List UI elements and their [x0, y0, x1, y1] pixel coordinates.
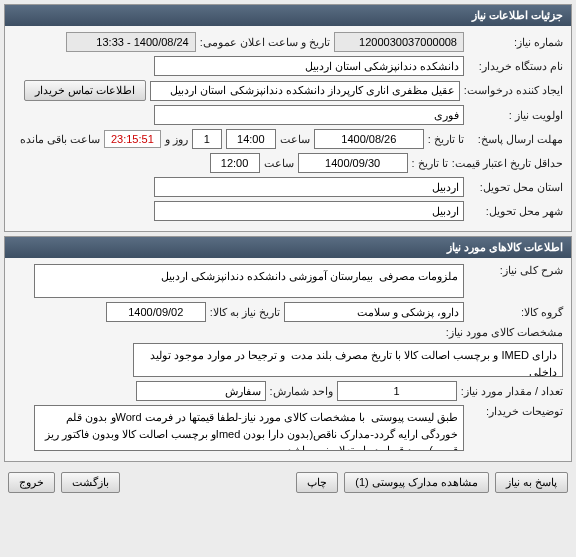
attachments-button[interactable]: مشاهده مدارک پیوستی (1) — [344, 472, 489, 493]
contact-buyer-button[interactable]: اطلاعات تماس خریدار — [24, 80, 146, 101]
announce-label: تاریخ و ساعت اعلان عمومی: — [200, 36, 330, 49]
remaining-days-field — [192, 129, 222, 149]
remaining-suffix-label: ساعت باقی مانده — [20, 133, 100, 146]
spec-label: مشخصات کالای مورد نیاز: — [446, 326, 563, 339]
spec-field[interactable] — [133, 343, 563, 377]
qty-field[interactable] — [337, 381, 457, 401]
price-validity-label: حداقل تاریخ اعتبار قیمت: — [452, 157, 563, 170]
back-button[interactable]: بازگشت — [61, 472, 120, 493]
buyer-label: نام دستگاه خریدار: — [468, 60, 563, 73]
province-label: استان محل تحویل: — [468, 181, 563, 194]
price-time-field[interactable] — [210, 153, 260, 173]
reply-button[interactable]: پاسخ به نیاز — [495, 472, 568, 493]
buyer-field[interactable] — [154, 56, 464, 76]
province-field[interactable] — [154, 177, 464, 197]
deadline-to-label: تا تاریخ : — [428, 133, 464, 146]
unit-label: واحد شمارش: — [270, 385, 333, 398]
deadline-label: مهلت ارسال پاسخ: — [468, 133, 563, 146]
city-label: شهر محل تحویل: — [468, 205, 563, 218]
requester-field[interactable] — [150, 81, 460, 101]
need-details-panel: جزئیات اطلاعات نیاز شماره نیاز: 12000300… — [4, 4, 572, 232]
need-date-label: تاریخ نیاز به کالا: — [210, 306, 280, 319]
deadline-date-field[interactable] — [314, 129, 424, 149]
goods-info-header: اطلاعات کالاهای مورد نیاز — [5, 237, 571, 258]
exit-button[interactable]: خروج — [8, 472, 55, 493]
need-number-label: شماره نیاز: — [468, 36, 563, 49]
desc-field[interactable] — [34, 264, 464, 298]
unit-field[interactable] — [136, 381, 266, 401]
price-to-label: تا تاریخ : — [412, 157, 448, 170]
remaining-days-label: روز و — [165, 133, 188, 146]
priority-field[interactable] — [154, 105, 464, 125]
desc-label: شرح کلی نیاز: — [468, 264, 563, 277]
footer-toolbar: پاسخ به نیاز مشاهده مدارک پیوستی (1) چاپ… — [0, 466, 576, 499]
priority-label: اولویت نیاز : — [468, 109, 563, 122]
print-button[interactable]: چاپ — [296, 472, 338, 493]
need-details-header: جزئیات اطلاعات نیاز — [5, 5, 571, 26]
city-field[interactable] — [154, 201, 464, 221]
price-time-label: ساعت — [264, 157, 294, 170]
need-number-value: 1200030037000008 — [334, 32, 464, 52]
group-label: گروه کالا: — [468, 306, 563, 319]
goods-info-panel: اطلاعات کالاهای مورد نیاز شرح کلی نیاز: … — [4, 236, 572, 462]
group-field[interactable] — [284, 302, 464, 322]
requester-label: ایجاد کننده درخواست: — [464, 84, 563, 97]
remaining-time-value: 23:15:51 — [104, 130, 161, 148]
deadline-time-field[interactable] — [226, 129, 276, 149]
deadline-time-label: ساعت — [280, 133, 310, 146]
notes-field[interactable] — [34, 405, 464, 451]
announce-value: 1400/08/24 - 13:33 — [66, 32, 196, 52]
qty-label: تعداد / مقدار مورد نیاز: — [461, 385, 563, 398]
notes-label: توضیحات خریدار: — [468, 405, 563, 418]
need-date-field[interactable] — [106, 302, 206, 322]
price-date-field[interactable] — [298, 153, 408, 173]
